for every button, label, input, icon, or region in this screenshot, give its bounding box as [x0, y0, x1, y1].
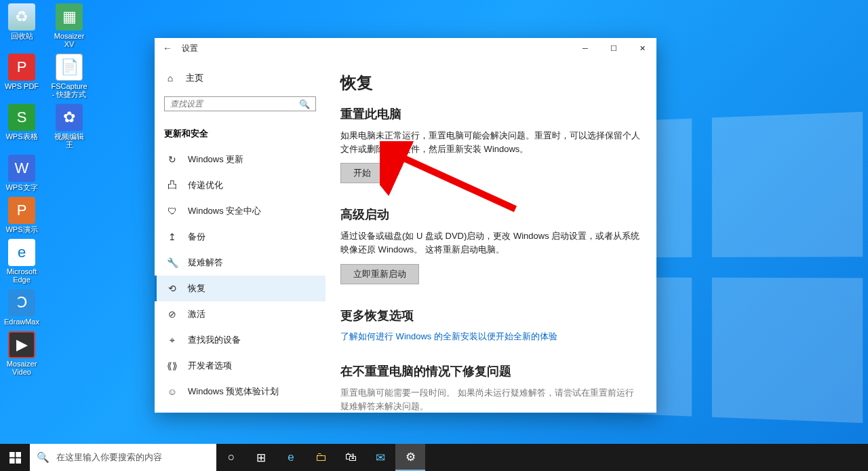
app-icon: 📄 [56, 54, 83, 81]
desktop-icon-edrawmax[interactable]: ƆEdrawMax [4, 289, 39, 326]
close-button[interactable]: ✕ [628, 38, 656, 58]
desktop-icon-mosaizer-video[interactable]: ▶Mosaizer Video [4, 331, 39, 376]
app-icon: ▶ [8, 331, 35, 358]
reset-pc-description: 如果电脑未正常运行，重置电脑可能会解决问题。重置时，可以选择保留个人文件或删除个… [340, 129, 642, 156]
wrench-icon: 🔧 [166, 257, 178, 268]
sidebar-item-delivery-optimization[interactable]: 凸传递优化 [155, 172, 326, 198]
desktop-icon-grid: ♻回收站 ▦Mosaizer XV PWPS PDF 📄FSCapture - … [4, 3, 87, 376]
desktop-icon-label: FSCapture - 快捷方式 [51, 82, 87, 98]
backup-icon: ↥ [166, 231, 178, 242]
svg-rect-2 [16, 452, 21, 457]
reset-start-button[interactable]: 开始 [340, 163, 384, 183]
sidebar: ⌂ 主页 🔍 更新和安全 ↻Windows 更新 凸传递优化 🛡Windows … [155, 58, 326, 413]
taskbar-settings[interactable]: ⚙ [395, 444, 425, 471]
search-settings[interactable]: 🔍 [164, 96, 316, 111]
taskbar-edge[interactable]: e [276, 444, 306, 471]
sync-icon: ↻ [166, 154, 178, 165]
desktop-icon-label: 回收站 [11, 32, 33, 40]
app-icon: S [8, 104, 35, 131]
desktop-icon-label: Microsoft Edge [4, 267, 39, 284]
sidebar-item-windows-update[interactable]: ↻Windows 更新 [155, 147, 326, 172]
sidebar-item-label: Windows 安全中心 [188, 205, 261, 217]
sidebar-item-label: 查找我的设备 [188, 334, 241, 346]
search-placeholder: 在这里输入你要搜索的内容 [56, 451, 162, 464]
desktop-icon-label: Mosaizer Video [4, 360, 39, 376]
taskbar: 🔍 在这里输入你要搜索的内容 ○ ⊞ e 🗀 🛍 ✉ ⚙ [0, 444, 868, 471]
developer-icon: ⟪⟫ [166, 360, 178, 371]
search-icon: 🔍 [299, 99, 310, 109]
start-button[interactable] [0, 444, 30, 471]
fix-without-reset-heading: 在不重置电脑的情况下修复问题 [340, 363, 642, 379]
taskbar-store[interactable]: 🛍 [336, 444, 366, 471]
desktop-icon-recycle-bin[interactable]: ♻回收站 [4, 3, 39, 48]
desktop-icon-mosaizer-xv[interactable]: ▦Mosaizer XV [52, 3, 87, 48]
desktop-icon-label: WPS演示 [5, 225, 37, 233]
cortana-button[interactable]: ○ [216, 444, 246, 471]
delivery-icon: 凸 [166, 179, 178, 191]
sidebar-item-troubleshoot[interactable]: 🔧疑难解答 [155, 250, 326, 276]
app-icon: P [8, 54, 35, 81]
taskbar-mail[interactable]: ✉ [366, 444, 395, 471]
taskbar-search[interactable]: 🔍 在这里输入你要搜索的内容 [30, 444, 216, 471]
app-icon: ▦ [56, 3, 83, 31]
app-icon: P [8, 197, 35, 224]
advanced-startup-heading: 高级启动 [340, 206, 642, 223]
sidebar-item-find-device[interactable]: ⌖查找我的设备 [155, 327, 326, 353]
desktop-icon-label: 视频编辑王 [52, 132, 87, 149]
search-icon: 🔍 [37, 451, 50, 464]
desktop-icon-label: Mosaizer XV [52, 32, 87, 48]
minimize-button[interactable]: ─ [571, 38, 599, 58]
insider-icon: ☺ [166, 386, 178, 397]
desktop-icon-wps-sheet[interactable]: SWPS表格 [4, 104, 39, 149]
sidebar-item-activation[interactable]: ⊘激活 [155, 301, 326, 327]
home-icon: ⌂ [164, 73, 176, 83]
desktop: ♻回收站 ▦Mosaizer XV PWPS PDF 📄FSCapture - … [0, 0, 868, 471]
titlebar[interactable]: ← 设置 ─ ☐ ✕ [155, 38, 656, 58]
desktop-icon-label: WPS PDF [5, 82, 39, 90]
shield-icon: 🛡 [166, 206, 178, 216]
app-icon: ✿ [56, 104, 83, 131]
sidebar-item-label: 疑难解答 [188, 257, 223, 269]
home-nav[interactable]: ⌂ 主页 [155, 67, 326, 90]
content-panel: 恢复 重置此电脑 如果电脑未正常运行，重置电脑可能会解决问题。重置时，可以选择保… [326, 58, 656, 413]
desktop-icon-wps-pdf[interactable]: PWPS PDF [4, 54, 39, 98]
sidebar-item-label: 激活 [188, 308, 205, 320]
sidebar-item-recovery[interactable]: ⟲恢复 [155, 276, 326, 301]
sidebar-item-developer[interactable]: ⟪⟫开发者选项 [155, 353, 326, 379]
sidebar-item-security-center[interactable]: 🛡Windows 安全中心 [155, 198, 326, 224]
home-label: 主页 [186, 72, 203, 84]
recovery-icon: ⟲ [166, 283, 178, 294]
app-icon: Ɔ [8, 289, 35, 316]
windows-icon [9, 452, 21, 464]
desktop-icon-wps-text[interactable]: WWPS文字 [4, 155, 39, 191]
desktop-icon-wps-present[interactable]: PWPS演示 [4, 197, 39, 233]
check-icon: ⊘ [166, 309, 178, 320]
desktop-icon-label: EdrawMax [4, 318, 39, 326]
desktop-icon-ms-edge[interactable]: eMicrosoft Edge [4, 239, 39, 284]
desktop-icon-video-editor[interactable]: ✿视频编辑王 [52, 104, 87, 149]
svg-rect-3 [9, 458, 15, 464]
maximize-button[interactable]: ☐ [599, 38, 628, 58]
desktop-icon-fscapture[interactable]: 📄FSCapture - 快捷方式 [52, 54, 87, 98]
sidebar-section-title: 更新和安全 [155, 118, 326, 147]
fresh-install-link[interactable]: 了解如何进行 Windows 的全新安装以便开始全新的体验 [340, 331, 642, 343]
task-view-button[interactable]: ⊞ [246, 444, 276, 471]
sidebar-item-insider[interactable]: ☺Windows 预览体验计划 [155, 379, 326, 404]
sidebar-item-label: 备份 [188, 231, 205, 243]
edge-icon: e [8, 239, 35, 266]
svg-rect-1 [9, 452, 15, 457]
sidebar-item-label: Windows 预览体验计划 [188, 385, 279, 398]
search-input[interactable] [170, 99, 299, 109]
taskbar-file-explorer[interactable]: 🗀 [306, 444, 336, 471]
restart-now-button[interactable]: 立即重新启动 [340, 264, 419, 284]
settings-window: ← 设置 ─ ☐ ✕ ⌂ 主页 🔍 更新和安全 ↻Windows 更新 凸 [155, 38, 656, 413]
advanced-startup-description: 通过设备或磁盘(如 U 盘或 DVD)启动，更改 Windows 启动设置，或者… [340, 229, 642, 257]
app-icon: W [8, 155, 35, 182]
desktop-icon-label: WPS文字 [5, 183, 37, 191]
more-recovery-heading: 更多恢复选项 [340, 307, 642, 324]
page-title: 恢复 [340, 72, 642, 94]
sidebar-item-backup[interactable]: ↥备份 [155, 224, 326, 250]
fix-without-reset-description: 重置电脑可能需要一段时间。 如果尚未运行疑难解答，请尝试在重置前运行疑难解答来解… [340, 386, 642, 413]
back-button[interactable]: ← [163, 43, 182, 54]
svg-rect-4 [16, 458, 21, 464]
